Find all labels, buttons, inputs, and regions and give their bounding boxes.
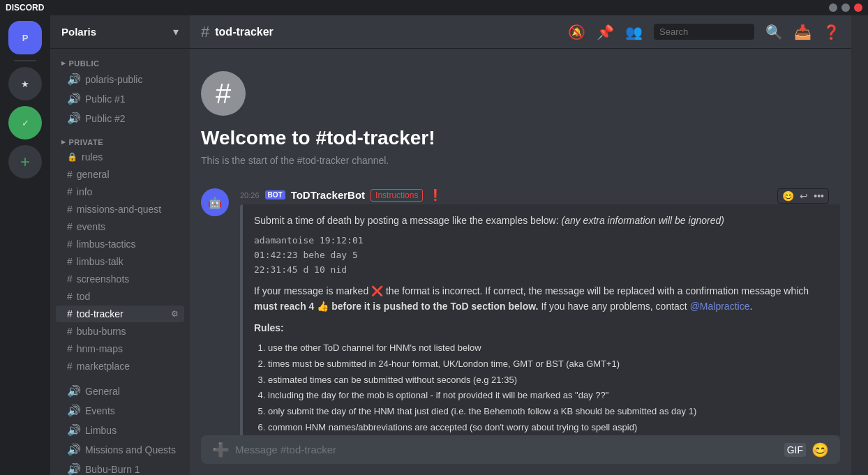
welcome-subtitle: This is the start of the #tod-tracker ch… <box>201 155 840 166</box>
channel-tod-tracker[interactable]: # tod-tracker ⚙ <box>56 306 184 322</box>
channel-general[interactable]: # general <box>56 166 184 183</box>
server-name: Polaris <box>61 26 96 38</box>
server-list: P ★ ✓ + <box>0 15 50 475</box>
welcome-hash-icon: # <box>201 71 246 116</box>
settings-icon[interactable]: ⚙ <box>171 309 179 319</box>
hash-icon: # <box>67 291 73 302</box>
pin-icon[interactable]: 📌 <box>597 24 614 40</box>
chevron-right-icon: ▸ <box>61 59 66 68</box>
app-title: DISCORD <box>6 3 44 13</box>
examples-text: adamantoise 19:12:01 01:42:23 behe day 5… <box>254 234 829 277</box>
channel-general-voice[interactable]: 🔊 General <box>56 382 184 400</box>
message-content: 20:26 BOT ToDTrackerBot Instructions ❗ S… <box>240 188 840 435</box>
rule-2: times must be submitted in 24-hour forma… <box>268 357 829 372</box>
channel-bubu-burn-1-voice[interactable]: 🔊 Bubu-Burn 1 <box>56 460 184 475</box>
hash-icon: # <box>67 308 73 319</box>
titlebar: DISCORD <box>0 0 868 15</box>
reply-icon[interactable]: ↩ <box>800 190 808 202</box>
message-actions: 😊 ↩ ••• <box>777 188 829 204</box>
channel-hnm-maps[interactable]: # hnm-maps <box>56 340 184 357</box>
channel-missions-and-quest[interactable]: # missions-and-quest <box>56 201 184 218</box>
chevron-right-icon: ▸ <box>61 137 66 146</box>
right-panel <box>851 15 868 475</box>
welcome-banner: # Welcome to #tod-tracker! This is the s… <box>201 49 840 177</box>
channel-info[interactable]: # info <box>56 183 184 200</box>
bot-avatar: 🤖 <box>201 188 229 216</box>
welcome-title: Welcome to #tod-tracker! <box>201 127 840 149</box>
channel-bubu-burns[interactable]: # bubu-burns <box>56 323 184 340</box>
add-server-button[interactable]: + <box>8 145 42 179</box>
message-input-container: ➕ GIF 😊 <box>201 435 840 464</box>
channel-events-voice[interactable]: 🔊 Events <box>56 401 184 420</box>
rule-6: common HNM names/abbreviations are accep… <box>268 421 829 435</box>
react-icon[interactable]: 😊 <box>782 190 794 202</box>
message-input-area: ➕ GIF 😊 <box>190 435 851 475</box>
speaker-icon: 🔊 <box>67 112 81 125</box>
hash-icon: # <box>67 169 73 180</box>
channel-header: # tod-tracker 🔕 📌 👥 🔍 📥 ❓ <box>190 15 851 49</box>
rule-1: use the other ToD channel for HNM's not … <box>268 341 829 356</box>
message-author: ToDTrackerBot <box>291 189 365 201</box>
instructions-tab[interactable]: Instructions <box>371 189 423 202</box>
rules-title: Rules: <box>254 320 829 335</box>
more-icon[interactable]: ••• <box>814 190 824 202</box>
channel-polaris-public[interactable]: 🔊 polaris-public <box>56 70 184 89</box>
titlebar-left: DISCORD <box>6 3 44 13</box>
hash-icon: # <box>67 204 73 215</box>
server-divider <box>14 60 36 61</box>
channel-limbus-voice[interactable]: 🔊 Limbus <box>56 421 184 439</box>
rule-5: only submit the day of the HNM that just… <box>268 405 829 419</box>
channel-list: ▸ PUBLIC 🔊 polaris-public 🔊 Public #1 🔊 … <box>50 49 190 475</box>
message-time: 20:26 <box>240 191 260 199</box>
message-input[interactable] <box>235 435 779 464</box>
server-icon-2[interactable]: ✓ <box>8 106 42 140</box>
maximize-button[interactable] <box>841 3 850 12</box>
close-button[interactable] <box>854 3 862 12</box>
bell-muted-icon[interactable]: 🔕 <box>568 24 585 40</box>
channel-header-name: tod-tracker <box>215 26 274 38</box>
search-icon[interactable]: 🔍 <box>765 24 783 40</box>
bot-badge: BOT <box>265 190 285 199</box>
channel-limbus-tactics[interactable]: # limbus-tactics <box>56 236 184 252</box>
category-private: ▸ PRIVATE <box>50 133 190 148</box>
help-icon[interactable]: ❓ <box>823 24 840 40</box>
category-public: ▸ PUBLIC <box>50 54 190 69</box>
speaker-icon: 🔊 <box>67 423 81 437</box>
server-icon-1[interactable]: ★ <box>8 67 42 100</box>
channel-tod[interactable]: # tod <box>56 288 184 305</box>
search-input[interactable] <box>654 24 754 40</box>
rule-3: estimated times can be submitted without… <box>268 373 829 388</box>
speaker-icon: 🔊 <box>67 443 81 456</box>
header-actions: 🔕 📌 👥 🔍 📥 ❓ <box>568 24 840 40</box>
emoji-icon[interactable]: 😊 <box>811 442 829 458</box>
format-note: If your message is marked ❌ the format i… <box>254 283 829 315</box>
messages-area: # Welcome to #tod-tracker! This is the s… <box>190 49 851 435</box>
channel-public-2[interactable]: 🔊 Public #2 <box>56 109 184 128</box>
server-icon-polaris[interactable]: P <box>8 21 42 54</box>
channel-screenshots[interactable]: # screenshots <box>56 271 184 287</box>
minimize-button[interactable] <box>829 3 837 12</box>
main-content: # tod-tracker 🔕 📌 👥 🔍 📥 ❓ # Welcome to #… <box>190 15 851 475</box>
add-file-icon[interactable]: ➕ <box>212 442 230 458</box>
speaker-icon: 🔊 <box>67 92 81 105</box>
hash-icon: # <box>67 273 73 285</box>
embed-rules: Rules: use the other ToD channel for HNM… <box>254 320 829 435</box>
chevron-down-icon: ▾ <box>173 25 179 38</box>
mention: @Malpractice <box>690 301 750 312</box>
channel-limbus-talk[interactable]: # limbus-talk <box>56 253 184 270</box>
hash-icon: # <box>67 343 73 354</box>
server-header[interactable]: Polaris ▾ <box>50 15 190 49</box>
lock-icon: 🔒 <box>67 152 77 162</box>
titlebar-controls <box>829 3 862 12</box>
channel-marketplace[interactable]: # marketplace <box>56 358 184 375</box>
hash-icon: # <box>67 326 73 337</box>
channel-missions-quests-voice[interactable]: 🔊 Missions and Quests <box>56 440 184 459</box>
channel-sidebar: Polaris ▾ ▸ PUBLIC 🔊 polaris-public 🔊 Pu… <box>50 15 190 475</box>
inbox-icon[interactable]: 📥 <box>794 24 811 40</box>
channel-public-1[interactable]: 🔊 Public #1 <box>56 89 184 108</box>
members-icon[interactable]: 👥 <box>625 24 643 40</box>
gif-icon[interactable]: GIF <box>784 443 806 457</box>
channel-events[interactable]: # events <box>56 218 184 235</box>
channel-rules[interactable]: 🔒 rules <box>56 149 184 165</box>
app-container: P ★ ✓ + Polaris ▾ ▸ PUBLIC 🔊 polaris-pub… <box>0 15 868 475</box>
